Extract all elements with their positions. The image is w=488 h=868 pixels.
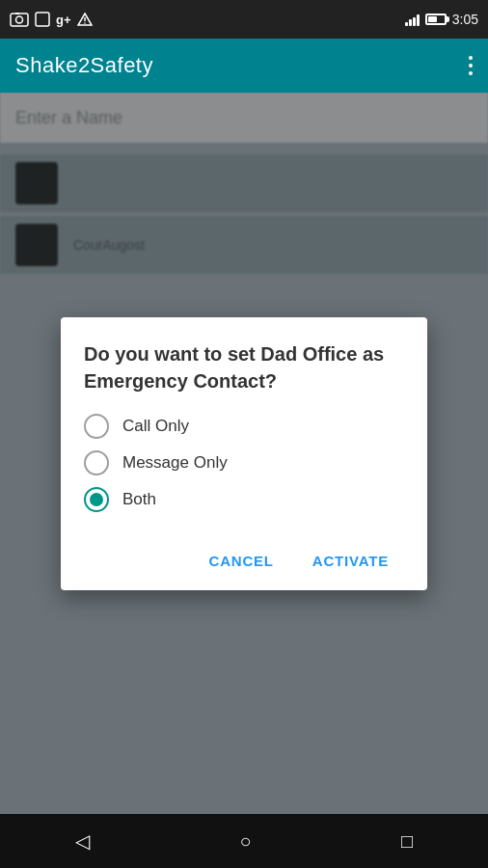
battery-fill (428, 16, 438, 22)
warning-icon (77, 13, 93, 26)
radio-option-call-only[interactable]: Call Only (84, 414, 404, 439)
dialog-actions: CANCEL ACTIVATE (84, 535, 404, 579)
radio-label-both: Both (122, 490, 156, 509)
app-bar: Shake2Safety (0, 39, 488, 93)
activate-button[interactable]: ACTIVATE (297, 543, 404, 579)
photo-icon (10, 12, 29, 27)
square-icon (35, 12, 50, 27)
svg-point-1 (16, 16, 23, 23)
svg-point-6 (84, 22, 86, 24)
recents-button[interactable]: □ (401, 830, 413, 853)
signal-icon (405, 13, 420, 26)
svg-rect-0 (11, 14, 28, 26)
app-title: Shake2Safety (15, 53, 153, 78)
back-button[interactable]: ◁ (75, 829, 90, 853)
radio-group: Call Only Message Only Both (84, 414, 404, 512)
svg-rect-3 (36, 13, 49, 26)
radio-circle-both[interactable] (84, 487, 109, 512)
radio-label-call-only: Call Only (122, 417, 189, 436)
radio-option-message-only[interactable]: Message Only (84, 450, 404, 475)
dialog-title: Do you want to set Dad Office as Emergen… (84, 340, 404, 394)
radio-circle-message-only[interactable] (84, 450, 109, 475)
status-bar-right: 3:05 (405, 12, 478, 27)
more-vert-icon[interactable] (469, 56, 473, 75)
battery-icon (425, 14, 447, 25)
status-time: 3:05 (452, 12, 478, 27)
home-button[interactable]: ○ (239, 830, 251, 853)
bottom-nav: ◁ ○ □ (0, 814, 488, 868)
cancel-button[interactable]: CANCEL (194, 543, 289, 579)
main-content: Enter a Name CourAugost Do you want to s… (0, 93, 488, 814)
status-bar-left: g+ (10, 12, 93, 27)
radio-option-both[interactable]: Both (84, 487, 404, 512)
radio-circle-call-only[interactable] (84, 414, 109, 439)
gplus-icon: g+ (56, 13, 71, 27)
status-bar: g+ 3:05 (0, 0, 488, 39)
dialog-overlay: Do you want to set Dad Office as Emergen… (0, 93, 488, 814)
radio-label-message-only: Message Only (122, 453, 228, 473)
svg-rect-2 (15, 13, 19, 14)
dialog: Do you want to set Dad Office as Emergen… (61, 317, 427, 590)
